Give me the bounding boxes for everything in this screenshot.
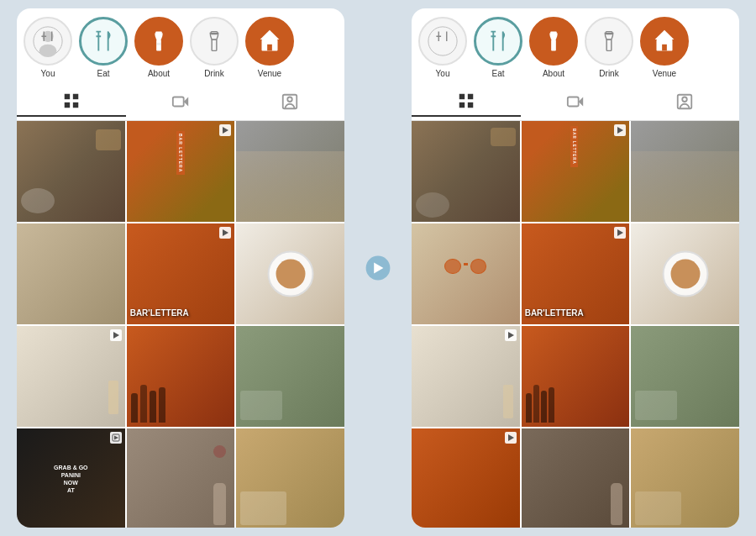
story-you-left[interactable]: You (24, 17, 72, 78)
video-badge-10-left (110, 432, 122, 444)
video-badge-7-left (110, 329, 122, 341)
story-you-right[interactable]: You (418, 17, 467, 78)
grid-cell-3-right[interactable] (631, 121, 739, 222)
grid-cell-1-right[interactable] (412, 121, 520, 222)
grid-cell-6-left[interactable] (236, 223, 344, 324)
drink-icon-left (198, 25, 230, 57)
grid-cell-11-left[interactable] (127, 428, 235, 528)
grid-cell-6-right[interactable] (631, 223, 739, 324)
grid-cell-9-left[interactable] (236, 326, 344, 427)
svg-marker-27 (223, 127, 228, 134)
story-drink-left[interactable]: Drink (190, 17, 239, 78)
story-label-you-right: You (436, 69, 450, 78)
dish-inner-left (276, 260, 305, 289)
left-tab-video[interactable] (126, 87, 235, 117)
right-tab-video[interactable] (521, 87, 630, 117)
svg-rect-20 (73, 94, 78, 99)
story-circle-venue-right[interactable] (640, 17, 689, 66)
grid-icon-right (457, 92, 475, 110)
video-icon-right (566, 92, 585, 111)
story-circle-about-left[interactable] (134, 17, 183, 66)
svg-marker-57 (617, 127, 623, 134)
svg-marker-59 (508, 332, 514, 339)
story-label-eat-left: Eat (97, 69, 109, 78)
grid-cell-10-left[interactable]: GRAB & GO PANINI NOW AT (17, 428, 125, 528)
svg-marker-17 (260, 30, 280, 39)
story-label-you-left: You (41, 69, 55, 78)
svg-rect-18 (267, 45, 272, 51)
grid-cell-8-left[interactable] (127, 326, 235, 427)
video-badge-5-right (614, 227, 626, 239)
story-about-left[interactable]: About (134, 17, 183, 78)
video-badge-2-right (614, 124, 626, 136)
grid-cell-5-left[interactable]: BAR'LETTERA (127, 223, 235, 324)
story-venue-left[interactable]: Venue (245, 17, 294, 78)
grid-cell-12-left[interactable] (236, 428, 344, 528)
barlettera-overlay-left: BAR'LETTERA (130, 308, 189, 318)
left-tab-person[interactable] (235, 87, 344, 117)
video-badge-5-left (219, 227, 231, 239)
story-drink-right[interactable]: Drink (585, 17, 633, 78)
eat-icon-right (482, 25, 514, 57)
grid-cell-7-right[interactable] (412, 326, 520, 427)
svg-point-26 (287, 97, 292, 102)
grid-cell-8-right[interactable] (522, 326, 630, 427)
svg-marker-31 (114, 436, 118, 440)
you-icon-left (32, 25, 64, 57)
main-container: You Eat (0, 0, 756, 536)
grid-cell-5-right[interactable]: BAR'LETTERA (522, 223, 630, 324)
svg-marker-29 (113, 332, 119, 339)
svg-rect-22 (73, 102, 78, 108)
story-circle-you-left[interactable] (24, 17, 72, 66)
you-icon-right (427, 25, 459, 57)
left-phone: You Eat (17, 8, 344, 528)
right-tab-grid[interactable] (412, 87, 521, 117)
story-circle-you-right[interactable] (418, 17, 467, 66)
story-circle-venue-left[interactable] (245, 17, 294, 66)
svg-rect-21 (65, 102, 70, 108)
story-eat-left[interactable]: Eat (79, 17, 128, 78)
story-circle-eat-left[interactable] (79, 17, 128, 66)
svg-rect-48 (662, 45, 667, 51)
svg-point-2 (39, 45, 57, 57)
left-tab-grid[interactable] (17, 87, 126, 117)
svg-rect-42 (551, 39, 556, 50)
grid-cell-12-right[interactable] (631, 428, 739, 528)
svg-point-56 (682, 97, 687, 102)
story-circle-drink-left[interactable] (190, 17, 239, 66)
story-eat-right[interactable]: Eat (474, 17, 522, 78)
story-circle-about-right[interactable] (529, 17, 578, 66)
grid-cell-7-left[interactable] (17, 326, 125, 427)
svg-rect-52 (468, 102, 473, 108)
person-icon-left (281, 92, 299, 111)
story-label-venue-left: Venue (258, 69, 281, 78)
grid-cell-4-right[interactable] (412, 223, 520, 324)
grid-cell-4-left[interactable] (17, 223, 125, 324)
svg-rect-13 (156, 43, 161, 45)
grid-cell-1-left[interactable] (17, 121, 125, 222)
right-tab-person[interactable] (630, 87, 739, 117)
venue-icon-left (254, 25, 286, 57)
grid-cell-2-right[interactable]: BAR LETTERA (522, 121, 630, 222)
arrow-icon (365, 255, 391, 281)
arrow-container (361, 255, 395, 281)
story-circle-drink-right[interactable] (585, 17, 633, 66)
barlettera-overlay-right: BAR'LETTERA (525, 308, 584, 318)
story-circle-eat-right[interactable] (474, 17, 522, 66)
grid-cell-2-left[interactable]: BAR LETTERA (127, 121, 235, 222)
left-tabs (17, 83, 344, 121)
svg-rect-53 (568, 97, 579, 107)
grid-cell-10-right[interactable] (412, 428, 520, 528)
svg-point-34 (428, 27, 457, 55)
grid-cell-11-right[interactable] (522, 428, 630, 528)
story-label-about-left: About (148, 69, 170, 78)
person-icon-right (675, 92, 694, 111)
story-about-right[interactable]: About (529, 17, 578, 78)
svg-rect-12 (155, 32, 162, 34)
about-icon-right (538, 25, 570, 57)
story-label-about-right: About (543, 69, 564, 78)
grid-cell-3-left[interactable] (236, 121, 344, 222)
grid-cell-9-right[interactable] (631, 326, 739, 427)
story-venue-right[interactable]: Venue (640, 17, 689, 78)
video-badge-2-left (219, 124, 231, 136)
